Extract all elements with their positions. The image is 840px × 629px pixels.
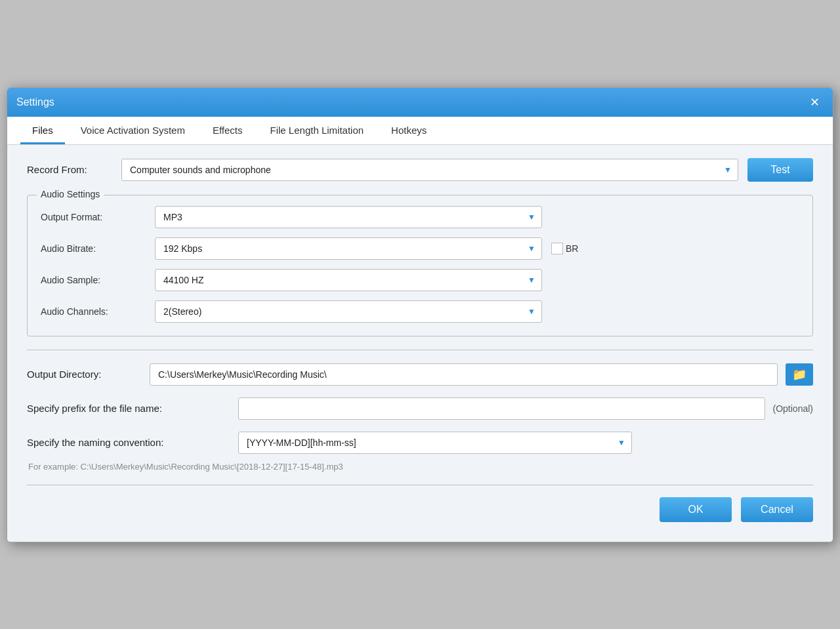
output-format-select[interactable]: MP3 WAV FLAC AAC OGG xyxy=(155,206,542,228)
audio-settings-legend: Audio Settings xyxy=(37,189,104,199)
folder-icon: 📁 xyxy=(792,367,807,382)
record-from-select[interactable]: Computer sounds and microphone Microphon… xyxy=(121,159,738,181)
bottom-section: Output Directory: 📁 Specify prefix for t… xyxy=(27,363,813,472)
browse-folder-button[interactable]: 📁 xyxy=(786,363,813,386)
footer-buttons: OK Cancel xyxy=(27,497,813,529)
section-separator xyxy=(27,350,813,350)
naming-convention-row: Specify the naming convention: [YYYY-MM-… xyxy=(27,432,813,454)
output-directory-label: Output Directory: xyxy=(27,369,142,380)
dialog-title: Settings xyxy=(16,96,54,108)
file-prefix-row: Specify prefix for the file name: (Optio… xyxy=(27,397,813,420)
audio-sample-select-wrap: 8000 HZ 11025 HZ 22050 HZ 44100 HZ 48000… xyxy=(155,269,542,291)
close-button[interactable]: ✕ xyxy=(806,95,824,110)
tab-file-length-limitation[interactable]: File Length Limitation xyxy=(259,117,376,144)
naming-convention-select-wrap: [YYYY-MM-DD][hh-mm-ss] [hh-mm-ss][YYYY-M… xyxy=(238,432,632,454)
audio-sample-label: Audio Sample: xyxy=(41,275,146,285)
optional-text: (Optional) xyxy=(773,403,813,414)
cbr-wrap: BR xyxy=(551,243,578,254)
audio-bitrate-select-wrap: 64 Kbps 128 Kbps 192 Kbps 256 Kbps 320 K… xyxy=(155,237,542,260)
test-button[interactable]: Test xyxy=(747,158,813,182)
audio-bitrate-row: Audio Bitrate: 64 Kbps 128 Kbps 192 Kbps… xyxy=(41,237,799,260)
audio-bitrate-select[interactable]: 64 Kbps 128 Kbps 192 Kbps 256 Kbps 320 K… xyxy=(155,237,542,260)
record-from-row: Record From: Computer sounds and microph… xyxy=(27,158,813,182)
audio-settings-group: Audio Settings Output Format: MP3 WAV FL… xyxy=(27,195,813,336)
audio-channels-row: Audio Channels: 1(Mono) 2(Stereo) ▼ xyxy=(41,300,799,323)
tab-effects[interactable]: Effects xyxy=(201,117,255,144)
record-from-select-wrapper: Computer sounds and microphone Microphon… xyxy=(121,159,738,181)
audio-channels-label: Audio Channels: xyxy=(41,306,146,317)
tab-voice-activation-system[interactable]: Voice Activation System xyxy=(69,117,197,144)
naming-convention-select[interactable]: [YYYY-MM-DD][hh-mm-ss] [hh-mm-ss][YYYY-M… xyxy=(238,432,632,454)
settings-dialog: Settings ✕ Files Voice Activation System… xyxy=(7,87,833,542)
cbr-label: BR xyxy=(566,243,578,254)
output-format-label: Output Format: xyxy=(41,212,146,222)
record-from-label: Record From: xyxy=(27,164,112,175)
tab-bar: Files Voice Activation System Effects Fi… xyxy=(7,117,833,145)
tab-files[interactable]: Files xyxy=(20,117,65,144)
audio-channels-select[interactable]: 1(Mono) 2(Stereo) xyxy=(155,300,542,323)
output-format-select-wrap: MP3 WAV FLAC AAC OGG ▼ xyxy=(155,206,542,228)
output-directory-input[interactable] xyxy=(150,363,778,386)
naming-convention-label: Specify the naming convention: xyxy=(27,437,230,448)
output-directory-row: Output Directory: 📁 xyxy=(27,363,813,386)
audio-sample-select[interactable]: 8000 HZ 11025 HZ 22050 HZ 44100 HZ 48000… xyxy=(155,269,542,291)
audio-channels-select-wrap: 1(Mono) 2(Stereo) ▼ xyxy=(155,300,542,323)
cbr-checkbox[interactable] xyxy=(551,243,563,254)
ok-button[interactable]: OK xyxy=(660,497,732,522)
cancel-button[interactable]: Cancel xyxy=(741,497,813,522)
naming-convention-example: For example: C:\Users\Merkey\Music\Recor… xyxy=(27,462,813,472)
audio-sample-row: Audio Sample: 8000 HZ 11025 HZ 22050 HZ … xyxy=(41,269,799,291)
title-bar: Settings ✕ xyxy=(7,88,833,117)
tab-hotkeys[interactable]: Hotkeys xyxy=(379,117,438,144)
footer-separator xyxy=(27,485,813,485)
file-prefix-label: Specify prefix for the file name: xyxy=(27,403,230,414)
audio-bitrate-label: Audio Bitrate: xyxy=(41,243,146,254)
file-prefix-input[interactable] xyxy=(238,397,765,420)
dialog-body: Record From: Computer sounds and microph… xyxy=(7,145,833,542)
output-format-row: Output Format: MP3 WAV FLAC AAC OGG ▼ xyxy=(41,206,799,228)
